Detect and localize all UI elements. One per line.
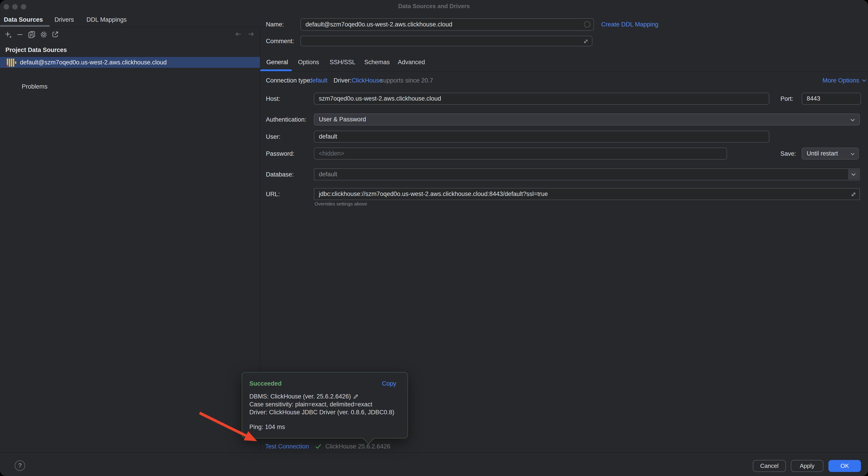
tab-options[interactable]: Options <box>298 58 319 66</box>
connection-type-value-link[interactable]: default <box>309 77 328 84</box>
remove-icon[interactable] <box>17 31 23 38</box>
port-label: Port: <box>780 95 793 102</box>
port-value: 8443 <box>807 95 820 102</box>
help-button[interactable]: ? <box>15 461 25 471</box>
duplicate-icon[interactable] <box>28 31 35 38</box>
popup-driver-line: Driver: ClickHouse JDBC Driver (ver. 0.8… <box>249 409 394 416</box>
driver-hint: supports since 20.7 <box>380 77 433 84</box>
port-input[interactable]: 8443 <box>802 93 861 105</box>
expand-icon[interactable] <box>850 191 857 198</box>
user-input[interactable]: default <box>314 131 769 143</box>
driver-label: Driver: <box>334 77 352 84</box>
user-label: User: <box>266 133 281 140</box>
authentication-label: Authentication: <box>266 116 306 123</box>
password-placeholder: <hidden> <box>319 150 344 157</box>
connection-type-label: Connection type: <box>266 77 312 84</box>
name-value: default@szm7oqed0o.us-west-2.aws.clickho… <box>306 21 452 28</box>
back-icon[interactable] <box>235 31 242 37</box>
password-label: Password: <box>266 150 294 157</box>
tab-schemas[interactable]: Schemas <box>364 58 390 66</box>
apply-button[interactable]: Apply <box>791 460 824 472</box>
tab-drivers[interactable]: Drivers <box>55 16 74 24</box>
driver-value-link[interactable]: ClickHouse <box>352 77 383 84</box>
settings-icon[interactable] <box>40 31 47 38</box>
comment-label: Comment: <box>266 38 294 44</box>
problems-node[interactable]: Problems <box>22 83 48 90</box>
popup-case-line: Case sensitivity: plain=exact, delimited… <box>249 401 372 408</box>
window-title: Data Sources and Drivers <box>0 3 868 10</box>
forward-icon[interactable] <box>248 31 254 37</box>
save-label: Save: <box>780 150 796 157</box>
clickhouse-logo-icon <box>7 59 17 67</box>
test-connection-popup: Succeeded Copy DBMS: ClickHouse (ver. 25… <box>242 372 408 439</box>
export-ddl-icon[interactable] <box>52 31 59 38</box>
ok-button[interactable]: OK <box>828 460 861 472</box>
password-input[interactable]: <hidden> <box>314 147 727 160</box>
save-value: Until restart <box>807 150 838 157</box>
url-hint: Overrides settings above <box>314 201 367 207</box>
more-options-label: More Options <box>823 77 859 84</box>
database-combobox[interactable]: default <box>314 168 860 180</box>
url-value: jdbc:clickhouse://szm7oqed0o.us-west-2.a… <box>319 191 548 198</box>
edit-icon[interactable] <box>353 394 359 400</box>
tab-general[interactable]: General <box>266 58 288 66</box>
chevron-down-icon <box>862 79 867 82</box>
tab-ssh-ssl[interactable]: SSH/SSL <box>330 58 355 66</box>
authentication-select[interactable]: User & Password <box>314 113 860 126</box>
database-label: Database: <box>266 171 294 178</box>
datasource-list-item[interactable]: default@szm7oqed0o.us-west-2.aws.clickho… <box>0 57 260 68</box>
popup-ping-line: Ping: 104 ms <box>249 423 285 431</box>
name-progress-icon <box>584 21 590 28</box>
user-value: default <box>319 133 337 140</box>
name-input[interactable]: default@szm7oqed0o.us-west-2.aws.clickho… <box>301 18 594 31</box>
cancel-button[interactable]: Cancel <box>753 460 786 472</box>
add-icon[interactable] <box>4 31 12 38</box>
footer-divider <box>0 452 868 453</box>
popup-dbms-text: DBMS: ClickHouse (ver. 25.6.2.6426) <box>249 393 351 400</box>
more-options-link[interactable]: More Options <box>823 77 867 84</box>
tab-data-sources[interactable]: Data Sources <box>4 16 43 24</box>
data-sources-dialog: Data Sources and Drivers Data Sources Dr… <box>0 0 868 476</box>
chevron-down-icon <box>850 118 855 122</box>
url-label: URL: <box>266 191 280 198</box>
popup-status: Succeeded <box>249 380 282 387</box>
expand-icon[interactable] <box>583 38 589 45</box>
chevron-down-icon <box>850 152 855 156</box>
url-input[interactable]: jdbc:clickhouse://szm7oqed0o.us-west-2.a… <box>314 188 860 200</box>
save-select[interactable]: Until restart <box>802 147 859 160</box>
database-dropdown-button[interactable] <box>848 169 859 179</box>
left-tabstrip-divider <box>0 27 260 27</box>
right-tabstrip-divider <box>260 71 868 72</box>
host-value: szm7oqed0o.us-west-2.aws.clickhouse.clou… <box>319 95 441 102</box>
host-input[interactable]: szm7oqed0o.us-west-2.aws.clickhouse.clou… <box>314 93 769 105</box>
name-label: Name: <box>266 21 284 28</box>
popup-copy-link[interactable]: Copy <box>382 380 396 387</box>
create-ddl-mapping-link[interactable]: Create DDL Mapping <box>601 21 658 28</box>
test-connection-link[interactable]: Test Connection <box>265 443 309 450</box>
section-title: Project Data Sources <box>5 46 67 54</box>
chevron-down-icon <box>851 173 856 176</box>
host-label: Host: <box>266 95 280 102</box>
connection-result-text: ClickHouse 25.6.2.6426 <box>326 443 390 450</box>
database-value: default <box>319 171 337 178</box>
authentication-value: User & Password <box>319 116 366 123</box>
datasource-item-label: default@szm7oqed0o.us-west-2.aws.clickho… <box>20 59 167 66</box>
check-icon <box>314 443 322 450</box>
popup-dbms-line: DBMS: ClickHouse (ver. 25.6.2.6426) <box>249 393 359 400</box>
tab-advanced[interactable]: Advanced <box>398 58 425 66</box>
comment-input[interactable] <box>301 36 592 46</box>
tab-ddl-mappings[interactable]: DDL Mappings <box>87 16 127 24</box>
